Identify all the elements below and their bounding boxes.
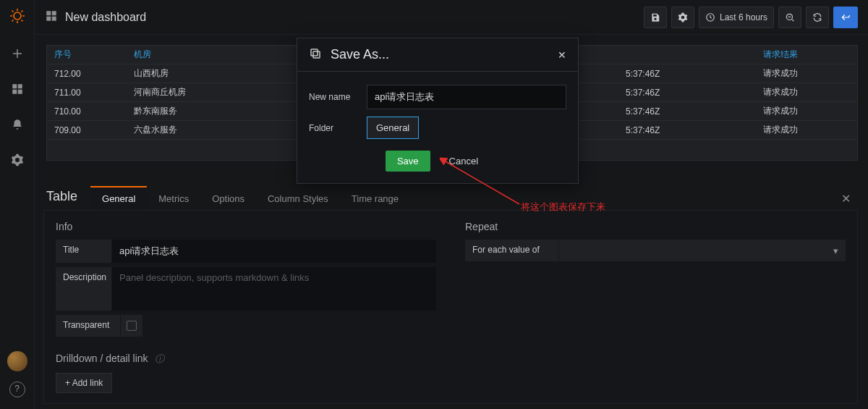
panel-type-title: Table	[43, 189, 90, 210]
panel-editor: Table General Metrics Options Column Sty…	[43, 184, 858, 409]
folder-select[interactable]: General	[367, 117, 419, 139]
repeat-select[interactable]: ▾	[559, 240, 846, 261]
refresh-button[interactable]	[806, 7, 829, 28]
tab-options[interactable]: Options	[200, 187, 256, 210]
transparent-label: Transparent	[56, 315, 121, 337]
description-label: Description	[56, 267, 112, 311]
settings-icon[interactable]	[11, 153, 24, 169]
add-link-button[interactable]: + Add link	[56, 373, 112, 393]
transparent-checkbox[interactable]	[121, 315, 142, 337]
save-as-modal: Save As... ✕ New name api请求日志表 Folder Ge…	[297, 38, 579, 184]
col-header-seq[interactable]: 序号	[54, 49, 134, 61]
annotation-text: 将这个图表保存下来	[521, 201, 605, 214]
editor-tabs: Table General Metrics Options Column Sty…	[43, 184, 858, 210]
folder-label: Folder	[309, 123, 367, 133]
help-icon[interactable]: ?	[9, 381, 25, 397]
zoom-out-button[interactable]	[778, 7, 801, 28]
description-input[interactable]: Panel description, supports markdown & l…	[112, 267, 436, 311]
svg-rect-1	[12, 84, 17, 88]
svg-rect-8	[52, 17, 56, 21]
help-icon[interactable]: ⓘ	[155, 353, 164, 364]
col-header-room[interactable]: 机房	[134, 49, 278, 61]
sidebar: ?	[0, 0, 35, 409]
info-heading: Info	[56, 221, 436, 232]
dashboard-settings-button[interactable]	[671, 7, 694, 28]
svg-rect-12	[311, 49, 318, 56]
svg-rect-2	[17, 84, 22, 88]
repeat-heading: Repeat	[465, 221, 846, 232]
new-name-input[interactable]: api请求日志表	[367, 85, 566, 109]
dashboards-icon[interactable]	[11, 83, 24, 98]
tab-column-styles[interactable]: Column Styles	[256, 187, 340, 210]
svg-rect-7	[46, 17, 51, 21]
new-name-label: New name	[309, 92, 367, 102]
tab-metrics[interactable]: Metrics	[147, 187, 200, 210]
cancel-button[interactable]: Cancel	[438, 151, 490, 172]
svg-rect-5	[46, 11, 51, 15]
svg-rect-4	[17, 90, 22, 94]
col-header-result[interactable]: 请求结果	[763, 49, 850, 61]
topbar: New dashboard Last 6 hours	[35, 0, 868, 35]
page-title[interactable]: New dashboard	[65, 11, 146, 24]
caret-down-icon: ▾	[833, 245, 838, 256]
add-icon[interactable]	[11, 47, 24, 62]
avatar[interactable]	[7, 351, 27, 371]
close-editor-icon[interactable]: ✕	[834, 187, 858, 210]
drilldown-heading: Drilldown / detail link	[56, 353, 148, 364]
svg-rect-6	[52, 11, 56, 15]
back-button[interactable]	[833, 7, 858, 28]
save-button[interactable]: Save	[386, 151, 430, 172]
svg-rect-11	[313, 51, 320, 58]
svg-rect-3	[12, 90, 17, 94]
time-range-label: Last 6 hours	[720, 12, 767, 22]
time-range-picker[interactable]: Last 6 hours	[699, 7, 774, 28]
svg-point-0	[14, 12, 21, 20]
modal-title: Save As...	[331, 47, 389, 62]
foreach-label: For each value of	[465, 240, 559, 261]
title-input[interactable]: api请求日志表	[112, 240, 436, 263]
tab-general[interactable]: General	[90, 186, 147, 210]
grafana-logo-icon[interactable]	[9, 7, 26, 27]
tab-time-range[interactable]: Time range	[340, 187, 410, 210]
title-label: Title	[56, 240, 112, 263]
save-dashboard-button[interactable]	[644, 7, 667, 28]
copy-icon	[309, 47, 322, 62]
close-icon[interactable]: ✕	[558, 49, 566, 61]
alerting-icon[interactable]	[11, 118, 24, 133]
dashboard-icon	[45, 9, 58, 25]
